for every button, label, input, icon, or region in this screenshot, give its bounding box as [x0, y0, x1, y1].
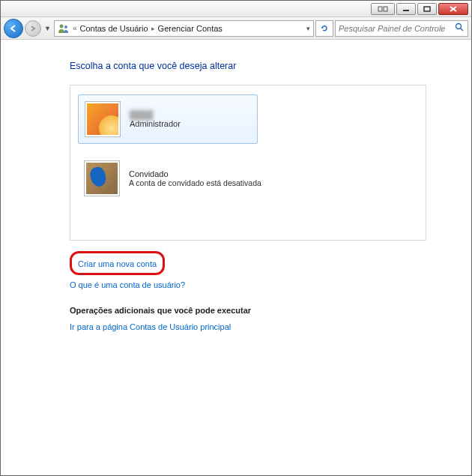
navigation-bar: ▼ « Contas de Usuário ▸ Gerenciar Contas… — [1, 17, 471, 40]
annotation-highlight: Criar uma nova conta — [70, 251, 165, 275]
users-icon — [58, 22, 70, 34]
search-icon[interactable] — [452, 22, 465, 34]
address-dropdown[interactable]: ▾ — [306, 25, 310, 32]
account-description: A conta de convidado está desativada — [129, 178, 261, 187]
forward-button — [25, 20, 41, 37]
page-title: Escolha a conta que você deseja alterar — [70, 61, 471, 71]
minimize-button[interactable] — [396, 3, 416, 15]
breadcrumb-back-icon: « — [73, 24, 77, 32]
chevron-right-icon: ▸ — [151, 25, 155, 32]
svg-point-8 — [456, 23, 462, 28]
account-name: ████ — [130, 110, 181, 119]
avatar — [84, 160, 120, 196]
svg-rect-0 — [378, 7, 382, 11]
account-name: Convidado — [129, 169, 261, 178]
account-tile-guest[interactable]: Convidado A conta de convidado está desa… — [78, 154, 333, 202]
refresh-button[interactable] — [315, 20, 333, 37]
snap-button[interactable] — [371, 3, 395, 15]
account-tile-admin[interactable]: ████ Administrador — [78, 94, 258, 144]
back-button[interactable] — [4, 19, 23, 38]
avatar — [85, 101, 121, 137]
what-is-account-link[interactable]: O que é uma conta de usuário? — [70, 280, 185, 289]
search-input[interactable] — [339, 24, 452, 33]
svg-point-6 — [59, 24, 63, 28]
address-bar[interactable]: « Contas de Usuário ▸ Gerenciar Contas ▾ — [54, 20, 314, 37]
window-titlebar — [1, 1, 471, 17]
links-section: Criar uma nova conta O que é uma conta d… — [70, 251, 471, 333]
maximize-button[interactable] — [417, 3, 437, 15]
history-dropdown[interactable]: ▼ — [43, 25, 52, 32]
additional-ops-heading: Operações adicionais que você pode execu… — [70, 306, 471, 315]
svg-rect-1 — [384, 7, 387, 11]
account-role: Administrador — [130, 119, 181, 128]
create-account-link[interactable]: Criar uma nova conta — [78, 259, 157, 268]
accounts-list: ████ Administrador Convidado A conta de … — [70, 85, 426, 241]
breadcrumb-level1[interactable]: Contas de Usuário — [79, 24, 148, 33]
breadcrumb-level2[interactable]: Gerenciar Contas — [158, 24, 223, 33]
svg-line-9 — [461, 28, 463, 31]
svg-point-7 — [64, 25, 67, 28]
search-box[interactable] — [335, 20, 468, 37]
main-accounts-page-link[interactable]: Ir para a página Contas de Usuário princ… — [70, 322, 231, 331]
close-button[interactable] — [438, 3, 468, 15]
svg-rect-3 — [424, 7, 430, 11]
content-area: Escolha a conta que você deseja alterar … — [1, 40, 471, 333]
